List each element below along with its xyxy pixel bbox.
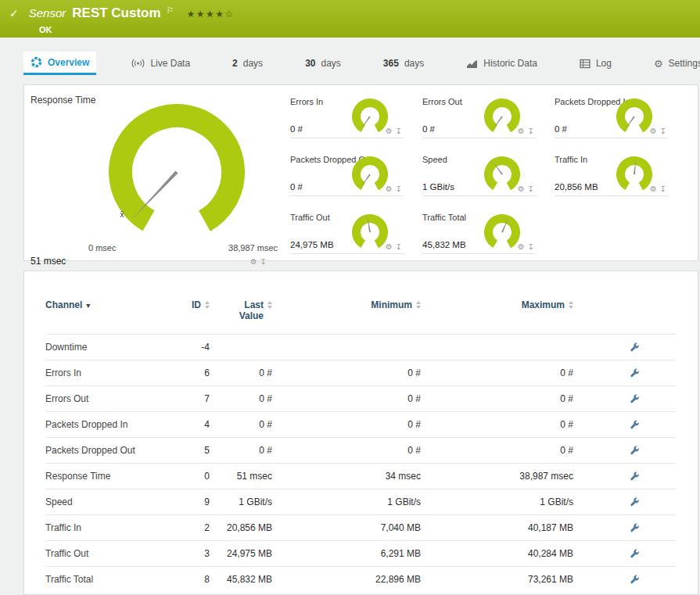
- channel-id-cell: -4: [163, 334, 210, 360]
- channel-name-cell[interactable]: Traffic In: [45, 514, 163, 540]
- gauge-download-icon[interactable]: ↧: [260, 257, 267, 266]
- channel-name-cell[interactable]: Packets Dropped In: [45, 411, 163, 437]
- table-row-packets-dropped-in: Packets Dropped In40 #0 #0 #: [45, 411, 676, 437]
- minimum-cell: 0 #: [272, 385, 421, 411]
- gauge-download-icon[interactable]: ↧: [528, 185, 534, 193]
- gauge-min-label: 0 msec: [88, 243, 116, 253]
- column-header-last-value[interactable]: Last Value: [210, 284, 272, 334]
- sensor-title-row: ✓ Sensor REST Custom ⚐ ★★★★☆: [9, 5, 692, 21]
- gauge-value: 1 GBit/s: [422, 182, 454, 192]
- channel-edit-wrench-icon[interactable]: [630, 522, 640, 532]
- table-row-packets-dropped-out: Packets Dropped Out50 #0 #0 #: [45, 437, 676, 463]
- channel-name-cell[interactable]: Traffic Total: [45, 566, 163, 592]
- tab-overview[interactable]: Overview: [23, 52, 96, 75]
- channel-id-cell: 9: [163, 489, 210, 514]
- gauge-value: 0 #: [290, 124, 303, 134]
- gauge-download-icon[interactable]: ↧: [396, 242, 402, 251]
- settings-icon: ⚙: [654, 59, 663, 69]
- channel-edit-wrench-icon[interactable]: [630, 367, 640, 378]
- channel-edit-wrench-icon[interactable]: [630, 496, 640, 507]
- channel-edit-wrench-icon[interactable]: [630, 547, 640, 558]
- gauge-settings-icon[interactable]: ⚙: [386, 127, 393, 135]
- gauge-settings-icon[interactable]: ⚙: [386, 242, 393, 251]
- gauge-settings-icon[interactable]: ⚙: [386, 185, 393, 193]
- tab-settings[interactable]: ⚙ Settings: [647, 52, 700, 75]
- channel-id-cell: 8: [163, 566, 210, 592]
- gauge-settings-icon[interactable]: ⚙: [650, 127, 657, 135]
- sort-icon[interactable]: [416, 301, 421, 309]
- tab-30-days[interactable]: 30 days: [298, 52, 348, 75]
- column-header-channel[interactable]: Channel▾: [45, 284, 163, 334]
- tab-365-days[interactable]: 365 days: [376, 52, 431, 75]
- gauge-settings-icon[interactable]: ⚙: [518, 127, 525, 135]
- channel-edit-wrench-icon[interactable]: [630, 418, 640, 429]
- gauge-download-icon[interactable]: ↧: [528, 242, 534, 251]
- sort-icon[interactable]: [267, 301, 272, 309]
- gauge-cell-packets-dropped-out: Packets Dropped Out 0 # ⚙ ↧: [290, 155, 404, 196]
- channel-edit-wrench-icon[interactable]: [630, 392, 640, 403]
- svg-text:x̄: x̄: [120, 210, 124, 219]
- main-gauge-footer: 51 msec ⚙ ↧: [31, 256, 267, 267]
- tab-label: Historic Data: [483, 58, 537, 69]
- table-row-traffic-out: Traffic Out324,975 MB6,291 MB40,284 MB: [45, 540, 676, 566]
- column-header-id[interactable]: ID: [163, 284, 210, 334]
- column-header-label: ID: [192, 299, 201, 310]
- column-header-label: Maximum: [522, 299, 565, 310]
- gauge-dial: [352, 214, 388, 253]
- channel-name-cell[interactable]: Downtime: [45, 334, 163, 360]
- gauge-value: 45,832 MB: [422, 240, 466, 249]
- maximum-cell: 40,187 MB: [421, 514, 573, 540]
- channel-edit-wrench-icon[interactable]: [630, 574, 640, 585]
- channel-edit-wrench-icon[interactable]: [630, 341, 640, 352]
- minimum-cell: 6,291 MB: [272, 540, 421, 566]
- channel-settings-cell: [573, 514, 676, 540]
- gauge-settings-icon[interactable]: ⚙: [518, 185, 525, 193]
- channel-name-cell[interactable]: Errors In: [45, 360, 163, 385]
- channel-name-cell[interactable]: Traffic Out: [45, 540, 163, 566]
- gauge-settings-icon[interactable]: ⚙: [650, 185, 657, 193]
- gauge-download-icon[interactable]: ↧: [528, 127, 534, 135]
- table-row-response-time: Response Time051 msec34 msec38,987 msec: [45, 463, 676, 489]
- channel-sort-dropdown-icon[interactable]: ▾: [86, 301, 90, 310]
- last-value-cell: 45,832 MB: [210, 566, 272, 592]
- column-header-maximum[interactable]: Maximum: [421, 284, 573, 334]
- gauge-dial: [616, 156, 652, 195]
- channel-edit-wrench-icon[interactable]: [630, 444, 640, 455]
- gauge-dial: [352, 156, 388, 195]
- gauge-download-icon[interactable]: ↧: [396, 185, 402, 193]
- sort-icon[interactable]: [205, 301, 210, 309]
- channel-edit-wrench-icon[interactable]: [630, 470, 640, 481]
- minimum-cell: 34 msec: [272, 463, 421, 489]
- maximum-cell: 0 #: [421, 360, 573, 385]
- gauge-dial: [484, 99, 520, 138]
- gauge-download-icon[interactable]: ↧: [660, 127, 666, 135]
- tab-live-data[interactable]: Live Data: [124, 52, 197, 75]
- column-header-minimum[interactable]: Minimum: [272, 284, 421, 334]
- gauge-dial: [484, 156, 520, 195]
- channel-name-cell[interactable]: Packets Dropped Out: [45, 437, 163, 463]
- channel-name-cell[interactable]: Speed: [45, 489, 163, 514]
- table-row-traffic-total: Traffic Total845,832 MB22,896 MB73,261 M…: [45, 566, 676, 592]
- priority-flag-icon[interactable]: ⚐: [167, 5, 174, 16]
- channel-name-cell[interactable]: Response Time: [45, 463, 163, 489]
- gauge-download-icon[interactable]: ↧: [396, 127, 402, 135]
- sort-icon[interactable]: [569, 301, 573, 309]
- gauge-settings-icon[interactable]: ⚙: [518, 242, 525, 251]
- channel-name-cell[interactable]: Errors Out: [45, 385, 163, 411]
- tab-log[interactable]: Log: [573, 52, 619, 75]
- live-data-icon: [131, 58, 145, 69]
- tab-label: Live Data: [150, 58, 190, 69]
- priority-stars[interactable]: ★★★★☆: [186, 9, 234, 20]
- maximum-cell: 40,284 MB: [421, 540, 573, 566]
- status-badge: OK: [39, 25, 692, 34]
- tab-2-days[interactable]: 2 days: [225, 52, 270, 75]
- main-gauge-value: 51 msec: [31, 256, 66, 267]
- channel-id-cell: 6: [163, 360, 210, 385]
- tab-historic-data[interactable]: Historic Data: [459, 52, 544, 75]
- tab-label: days: [404, 58, 424, 69]
- channels-table: Channel▾IDLast ValueMinimumMaximum Downt…: [45, 284, 676, 592]
- maximum-cell: [421, 334, 573, 360]
- gauge-download-icon[interactable]: ↧: [660, 185, 666, 193]
- sensor-header: ✓ Sensor REST Custom ⚐ ★★★★☆ OK: [0, 0, 700, 38]
- gauge-settings-icon[interactable]: ⚙: [250, 257, 257, 266]
